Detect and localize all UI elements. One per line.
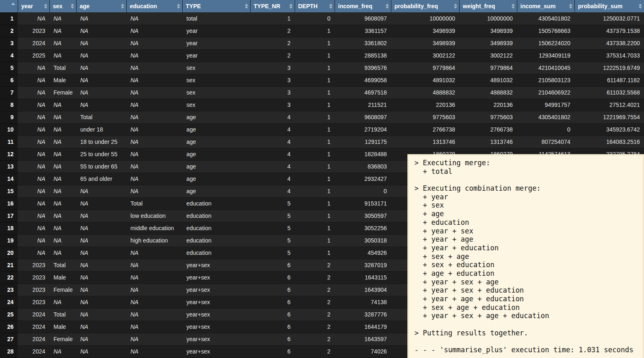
cell-TYPE: year+sex xyxy=(182,284,250,296)
cell-TYPE_NR: 4 xyxy=(250,136,295,148)
cell-year: NA xyxy=(18,247,49,259)
cell-TYPE_NR: 3 xyxy=(250,74,295,86)
cell-sex: Total xyxy=(49,308,76,321)
cell-weight_freq: 220136 xyxy=(459,99,517,111)
cell-TYPE_NR: 6 xyxy=(250,271,295,284)
console-line: + sex xyxy=(414,201,640,210)
cell-education: NA xyxy=(126,37,182,49)
row-number: 19 xyxy=(0,234,18,247)
cell-sex: Male xyxy=(49,74,76,86)
cell-probability_sum: 164083.2516 xyxy=(574,136,644,148)
cell-education: low education xyxy=(126,210,182,222)
cell-TYPE_NR: 2 xyxy=(250,37,295,49)
table-row[interactable]: 32024NANANAyear2133618023498939349893915… xyxy=(0,37,644,49)
cell-sex: Total xyxy=(49,259,76,271)
sort-down-icon xyxy=(245,7,248,9)
cell-age: NA xyxy=(76,333,126,345)
column-header-education[interactable]: education xyxy=(126,0,182,12)
table-row[interactable]: 22023NANANAyear2133611573498939349893915… xyxy=(0,25,644,37)
cell-probability_freq: 1313746 xyxy=(391,136,459,148)
table-row[interactable]: 11NANA18 to under 25NAage411291175131374… xyxy=(0,136,644,148)
sort-arrows-icon xyxy=(121,4,124,9)
cell-education: NA xyxy=(126,123,182,136)
cell-income_freq: 0 xyxy=(335,185,391,197)
cell-sex: NA xyxy=(49,12,76,25)
cell-probability_freq: 3498939 xyxy=(391,25,459,37)
cell-TYPE: education xyxy=(182,247,250,259)
table-row[interactable]: 8NANANANAsex3121152122013622013694991757… xyxy=(0,99,644,111)
cell-sex: Male xyxy=(49,321,76,333)
table-row[interactable]: 9NANATotalNAage4196080979775603977560343… xyxy=(0,111,644,123)
table-row[interactable]: 7NAFemaleNANAsex314697518488883248888322… xyxy=(0,86,644,99)
column-header-TYPE_NR[interactable]: TYPE_NR xyxy=(250,0,295,12)
column-header-income_sum[interactable]: income_sum xyxy=(517,0,574,12)
cell-weight_freq: 4891032 xyxy=(459,74,517,86)
cell-TYPE_NR: 2 xyxy=(250,25,295,37)
table-row[interactable]: 42025NANANAyear2128851383002122300212212… xyxy=(0,49,644,62)
cell-income_sum: 4305401802 xyxy=(517,12,574,25)
row-number: 13 xyxy=(0,160,18,173)
cell-TYPE: year+sex xyxy=(182,345,250,358)
cell-TYPE: year+sex xyxy=(182,296,250,308)
console-panel: > Executing merge: + total> Executing co… xyxy=(407,154,644,358)
cell-income_freq: 1644179 xyxy=(335,321,391,333)
cell-TYPE: sex xyxy=(182,99,250,111)
cell-probability_freq: 10000000 xyxy=(391,12,459,25)
column-label: TYPE_NR xyxy=(254,3,281,9)
cell-TYPE_NR: 6 xyxy=(250,296,295,308)
cell-TYPE: year+sex xyxy=(182,259,250,271)
header-row: yearsexageeducationTYPETYPE_NRDEPTHincom… xyxy=(0,0,644,12)
cell-TYPE_NR: 4 xyxy=(250,148,295,160)
column-header-TYPE[interactable]: TYPE xyxy=(182,0,250,12)
cell-income_freq: 3052256 xyxy=(335,222,391,234)
column-header-age[interactable]: age xyxy=(76,0,126,12)
cell-DEPTH: 0 xyxy=(295,12,335,25)
sort-arrows-icon xyxy=(511,4,515,9)
table-row[interactable]: 10NANAunder 18NAage412719204276673827667… xyxy=(0,123,644,136)
cell-year: 2023 xyxy=(18,296,49,308)
column-header-income_freq[interactable]: income_freq xyxy=(335,0,391,12)
cell-DEPTH: 1 xyxy=(295,25,335,37)
cell-DEPTH: 2 xyxy=(295,284,335,296)
cell-education: NA xyxy=(126,86,182,99)
cell-age: NA xyxy=(76,234,126,247)
column-header-year[interactable]: year xyxy=(18,0,49,12)
cell-income_freq: 1643904 xyxy=(335,284,391,296)
console-line: + total xyxy=(414,167,640,176)
column-header-sex[interactable]: sex xyxy=(49,0,76,12)
sort-down-icon xyxy=(121,7,124,9)
cell-TYPE: education xyxy=(182,197,250,210)
console-line: + year + education xyxy=(414,244,640,252)
sort-down-icon xyxy=(386,7,389,9)
cell-education: high education xyxy=(126,234,182,247)
cell-age: NA xyxy=(76,86,126,99)
cell-year: 2023 xyxy=(18,284,49,296)
cell-age: NA xyxy=(76,12,126,25)
cell-DEPTH: 2 xyxy=(295,345,335,358)
cell-age: NA xyxy=(76,271,126,284)
row-number: 26 xyxy=(0,321,18,333)
cell-sex: Female xyxy=(49,86,76,99)
column-header-DEPTH[interactable]: DEPTH xyxy=(295,0,335,12)
cell-sex: Male xyxy=(49,271,76,284)
cell-year: NA xyxy=(18,210,49,222)
console-line: + sex + age + education xyxy=(414,303,640,312)
column-header-probability_freq[interactable]: probability_freq xyxy=(391,0,459,12)
cell-weight_freq: 10000000 xyxy=(459,12,517,25)
sort-up-icon xyxy=(639,4,642,6)
cell-DEPTH: 1 xyxy=(295,37,335,49)
table-row[interactable]: 5NATotalNANAsex3193965769779864977986442… xyxy=(0,62,644,74)
column-header-weight_freq[interactable]: weight_freq xyxy=(459,0,517,12)
rownum-header[interactable] xyxy=(0,0,18,12)
console-line: + year + sex xyxy=(414,227,640,236)
sort-up-icon xyxy=(329,4,332,6)
cell-education: NA xyxy=(126,259,182,271)
cell-sex: NA xyxy=(49,49,76,62)
cell-age: Total xyxy=(76,111,126,123)
table-row[interactable]: 6NAMaleNANAsex31469905848910324891032210… xyxy=(0,74,644,86)
cell-age: NA xyxy=(76,62,126,74)
column-header-probability_sum[interactable]: probability_sum xyxy=(574,0,644,12)
console-line: + year xyxy=(414,193,640,201)
table-row[interactable]: 1NANANANAtotal10960809710000000100000004… xyxy=(0,12,644,25)
console-line: + education xyxy=(414,218,640,227)
